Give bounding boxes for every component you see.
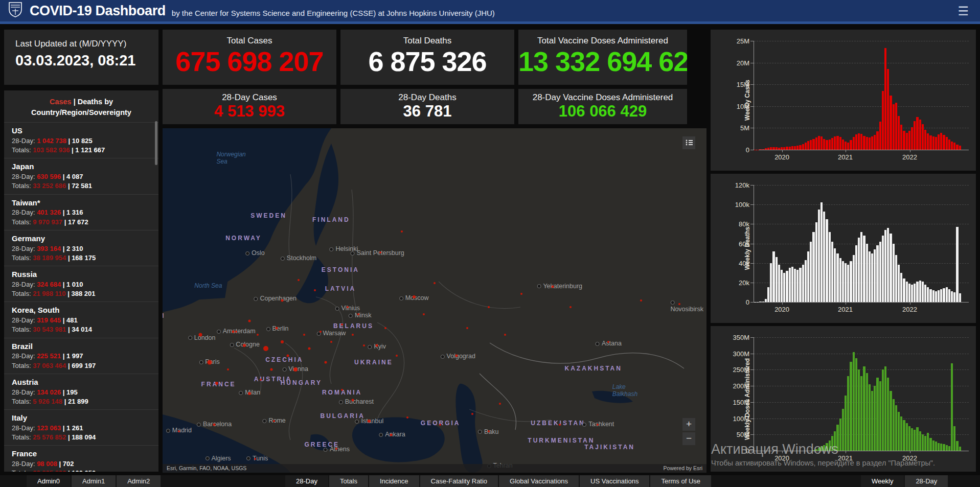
- case-cluster-dot[interactable]: [401, 230, 403, 233]
- case-cluster-dot[interactable]: [390, 433, 392, 436]
- country-row[interactable]: France28-Day: 98 008 | 702Totals: 39 835…: [4, 445, 158, 472]
- chart-bar: [903, 420, 905, 451]
- chart-bar: [956, 227, 958, 302]
- tab-terms-of-use[interactable]: Terms of Use: [650, 475, 711, 487]
- chart-bar: [863, 366, 865, 451]
- case-cluster-dot[interactable]: [352, 334, 354, 336]
- tab-time-28-day[interactable]: 28-Day: [905, 475, 948, 487]
- case-cluster-dot[interactable]: [347, 306, 349, 308]
- case-cluster-dot[interactable]: [325, 361, 327, 364]
- map-zoom-out-button[interactable]: −: [682, 432, 695, 445]
- country-row[interactable]: Russia28-Day: 324 684 | 1 010Totals: 21 …: [4, 266, 158, 302]
- case-cluster-dot[interactable]: [368, 420, 371, 423]
- chart-bar: [866, 244, 868, 303]
- case-cluster-dot[interactable]: [207, 360, 212, 365]
- case-cluster-dot[interactable]: [376, 344, 378, 346]
- chart-y-tick-mark: [750, 244, 754, 244]
- tab-incidence[interactable]: Incidence: [369, 475, 419, 487]
- case-cluster-dot[interactable]: [270, 368, 272, 370]
- case-cluster-dot[interactable]: [396, 355, 398, 357]
- case-cluster-dot[interactable]: [243, 344, 246, 347]
- case-cluster-dot[interactable]: [308, 347, 311, 350]
- chart-bar: [922, 124, 924, 150]
- case-cluster-dot[interactable]: [406, 416, 408, 419]
- case-cluster-dot[interactable]: [335, 448, 337, 450]
- case-cluster-dot[interactable]: [298, 279, 300, 281]
- case-cluster-dot[interactable]: [276, 327, 278, 329]
- case-cluster-dot[interactable]: [559, 424, 561, 426]
- case-cluster-dot[interactable]: [281, 299, 284, 302]
- country-row[interactable]: Taiwan*28-Day: 401 326 | 1 316Totals: 9 …: [4, 194, 158, 230]
- case-cluster-dot[interactable]: [488, 306, 490, 308]
- case-cluster-dot[interactable]: [248, 320, 251, 322]
- case-cluster-dot[interactable]: [254, 458, 256, 460]
- case-cluster-dot[interactable]: [384, 327, 386, 329]
- country-row[interactable]: Germany28-Day: 393 164 | 2 310Totals: 38…: [4, 230, 158, 266]
- case-cluster-dot[interactable]: [471, 413, 473, 415]
- country-row[interactable]: Brazil28-Day: 225 521 | 1 997Totals: 37 …: [4, 338, 158, 374]
- tab-us-vaccinations[interactable]: US Vaccinations: [580, 475, 649, 487]
- country-row[interactable]: Austria28-Day: 134 026 | 195Totals: 5 92…: [4, 374, 158, 409]
- case-cluster-dot[interactable]: [235, 331, 237, 333]
- tab-admin0[interactable]: Admin0: [27, 475, 71, 487]
- chart-bar: [898, 412, 900, 451]
- case-cluster-dot[interactable]: [260, 379, 262, 381]
- case-cluster-dot[interactable]: [273, 420, 275, 422]
- case-cluster-dot[interactable]: [520, 293, 522, 295]
- country-row[interactable]: Korea, South28-Day: 319 645 | 481Totals:…: [4, 302, 158, 337]
- case-cluster-dot[interactable]: [227, 368, 229, 370]
- case-cluster-dot[interactable]: [504, 334, 506, 336]
- tab-admin1[interactable]: Admin1: [72, 475, 116, 487]
- case-cluster-dot[interactable]: [569, 306, 572, 308]
- case-cluster-dot[interactable]: [213, 423, 216, 426]
- case-cluster-dot[interactable]: [215, 382, 218, 385]
- case-cluster-dot[interactable]: [597, 424, 599, 426]
- case-cluster-dot[interactable]: [551, 286, 554, 288]
- case-cluster-dot[interactable]: [607, 341, 609, 343]
- case-cluster-dot[interactable]: [320, 331, 322, 333]
- case-cluster-dot[interactable]: [499, 403, 501, 405]
- case-cluster-dot[interactable]: [303, 334, 305, 336]
- case-cluster-dot[interactable]: [640, 299, 642, 302]
- case-cluster-dot[interactable]: [248, 392, 251, 395]
- tab-time-weekly[interactable]: Weekly: [861, 475, 904, 487]
- case-cluster-dot[interactable]: [314, 289, 316, 291]
- tab-global-vaccinations[interactable]: Global Vaccinations: [499, 475, 579, 487]
- tab-totals[interactable]: Totals: [329, 475, 368, 487]
- case-cluster-dot[interactable]: [434, 282, 436, 284]
- case-cluster-dot[interactable]: [263, 346, 268, 351]
- tab-28-day[interactable]: 28-Day: [285, 475, 328, 487]
- case-cluster-dot[interactable]: [379, 251, 381, 253]
- case-cluster-dot[interactable]: [413, 295, 416, 298]
- case-cluster-dot[interactable]: [199, 333, 202, 337]
- case-cluster-dot[interactable]: [455, 354, 458, 357]
- map-legend-icon[interactable]: [682, 136, 695, 149]
- country-row[interactable]: Japan28-Day: 630 596 | 4 087Totals: 33 2…: [4, 158, 158, 194]
- case-cluster-dot[interactable]: [363, 344, 365, 346]
- case-cluster-dot[interactable]: [488, 430, 490, 432]
- tab-case-fatality-ratio[interactable]: Case-Fatality Ratio: [420, 475, 498, 487]
- case-cluster-dot[interactable]: [330, 341, 332, 343]
- case-cluster-dot[interactable]: [678, 303, 680, 305]
- case-cluster-dot[interactable]: [293, 367, 298, 372]
- case-cluster-dot[interactable]: [357, 313, 359, 315]
- case-cluster-dot[interactable]: [439, 424, 441, 426]
- day28-deaths-value: 36 781: [340, 103, 514, 120]
- case-cluster-dot[interactable]: [423, 313, 425, 315]
- country-row[interactable]: Italy28-Day: 123 063 | 1 261Totals: 25 5…: [4, 409, 158, 445]
- country-list-scrollbar[interactable]: [155, 121, 157, 165]
- case-cluster-dot[interactable]: [178, 430, 180, 432]
- case-cluster-dot[interactable]: [257, 334, 259, 336]
- world-map[interactable]: Norwegian SeaSWEDENFINLANDNORWAYNorth Se…: [163, 128, 706, 473]
- case-cluster-dot[interactable]: [232, 330, 235, 333]
- hamburger-menu-icon[interactable]: ☰: [958, 4, 969, 18]
- map-zoom-in-button[interactable]: +: [682, 418, 695, 431]
- case-cluster-dot[interactable]: [341, 323, 343, 326]
- case-cluster-dot[interactable]: [286, 354, 289, 357]
- country-row[interactable]: US28-Day: 1 042 738 | 10 825Totals: 103 …: [4, 122, 158, 158]
- case-cluster-dot[interactable]: [466, 327, 468, 329]
- tab-admin2[interactable]: Admin2: [117, 475, 161, 487]
- case-cluster-dot[interactable]: [352, 399, 354, 402]
- case-cluster-dot[interactable]: [281, 340, 284, 343]
- case-cluster-dot[interactable]: [341, 389, 343, 391]
